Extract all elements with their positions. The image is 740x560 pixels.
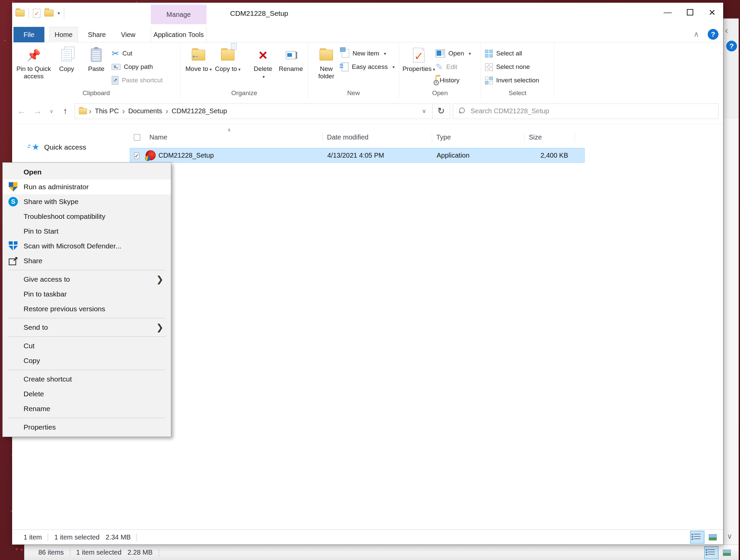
menu-item-run-as-administrator[interactable]: Run as administrator xyxy=(3,179,171,194)
explorer-folder-icon[interactable] xyxy=(15,10,25,16)
file-size: 2,400 KB xyxy=(525,152,572,159)
qat-new-folder-icon[interactable] xyxy=(44,10,53,16)
manage-contextual-tab[interactable]: Manage xyxy=(151,5,207,24)
close-button[interactable]: × xyxy=(701,3,723,22)
history-button[interactable]: History xyxy=(436,75,471,85)
menu-item-label: Restore previous versions xyxy=(24,305,105,313)
address-dropdown-icon[interactable]: ∨ xyxy=(416,108,432,115)
up-button[interactable]: ↑ xyxy=(59,104,72,119)
qat-customize-caret-icon[interactable]: ▾ xyxy=(58,10,60,16)
copy-to-button[interactable]: Copy to▾ xyxy=(214,45,242,73)
edit-button[interactable]: ✎ Edit xyxy=(436,62,471,72)
menu-item-pin-to-start[interactable]: Pin to Start xyxy=(3,224,171,239)
rename-button[interactable]: Rename xyxy=(277,45,304,73)
pin-to-quick-access-button[interactable]: 📌 Pin to Quick access xyxy=(16,45,51,80)
menu-item-cut[interactable]: Cut xyxy=(3,338,171,353)
new-item-button[interactable]: New item ▾ xyxy=(342,48,395,58)
move-to-button[interactable]: ← Move to▾ xyxy=(185,45,213,73)
scissors-icon: ✂ xyxy=(112,48,119,59)
paste-shortcut-button[interactable]: Paste shortcut xyxy=(112,75,162,85)
forward-button[interactable]: → xyxy=(31,104,44,119)
search-input[interactable] xyxy=(471,107,672,115)
breadcrumb[interactable]: › This PC › Documents › CDM21228_Setup ∨… xyxy=(75,104,450,119)
tab-application-tools[interactable]: Application Tools xyxy=(151,27,207,42)
dropdown-caret-icon: ▾ xyxy=(238,67,241,72)
menu-item-copy[interactable]: Copy xyxy=(3,353,171,368)
dropdown-caret-icon: ▾ xyxy=(263,74,265,79)
tab-home[interactable]: Home xyxy=(49,27,78,42)
minimize-button[interactable]: — xyxy=(657,3,679,22)
menu-item-properties[interactable]: Properties xyxy=(3,420,171,435)
invert-selection-button[interactable]: Invert selection xyxy=(485,75,539,85)
selection-count: 1 item selected xyxy=(54,533,100,541)
item-count: 86 items xyxy=(38,549,64,556)
menu-item-delete[interactable]: Delete xyxy=(3,387,171,401)
column-header-size[interactable]: Size xyxy=(525,132,575,142)
selection-count: 1 item selected xyxy=(76,549,122,556)
help-icon[interactable]: ? xyxy=(726,41,737,51)
button-label: Select none xyxy=(496,63,530,71)
properties-button[interactable]: Properties▾ xyxy=(403,45,434,73)
select-all-checkbox-header[interactable] xyxy=(130,132,145,142)
thumbnail-view-button[interactable] xyxy=(720,546,734,559)
menu-item-pin-to-taskbar[interactable]: Pin to taskbar xyxy=(3,287,171,302)
help-icon[interactable]: ? xyxy=(708,29,718,40)
details-view-button[interactable] xyxy=(704,546,718,559)
application-file-icon xyxy=(146,150,156,160)
menu-separator xyxy=(8,318,165,318)
file-row[interactable]: ✓ CDM21228_Setup 4/13/2021 4:05 PM Appli… xyxy=(130,148,585,163)
menu-item-give-access-to[interactable]: Give access to ❯ xyxy=(3,272,171,287)
menu-item-rename[interactable]: Rename xyxy=(3,401,171,416)
sidebar-item-quick-access[interactable]: ★ Quick access xyxy=(12,142,123,152)
copy-button[interactable]: Copy xyxy=(52,45,81,73)
easy-access-button[interactable]: Easy access ▾ xyxy=(342,62,395,72)
tab-view[interactable]: View xyxy=(116,27,141,42)
menu-item-open[interactable]: Open xyxy=(3,165,171,179)
back-button[interactable]: ← xyxy=(15,104,28,119)
edit-pencil-icon: ✎ xyxy=(436,62,443,72)
breadcrumb-current-folder[interactable]: CDM21228_Setup xyxy=(170,107,229,115)
details-view-button[interactable] xyxy=(690,531,704,544)
scroll-down-icon[interactable]: ∨ xyxy=(727,532,732,541)
select-all-button[interactable]: Select all xyxy=(485,48,539,58)
column-header-name[interactable]: Name xyxy=(145,132,323,142)
ribbon-group-clipboard: 📌 Pin to Quick access Copy Paste ✂ Cut \… xyxy=(12,42,181,98)
new-folder-icon xyxy=(320,50,333,61)
refresh-icon: ↻ xyxy=(438,106,445,116)
recent-locations-dropdown-icon[interactable]: ∨ xyxy=(47,104,56,119)
paste-button[interactable]: Paste xyxy=(82,45,110,73)
menu-item-restore-previous-versions[interactable]: Restore previous versions xyxy=(3,302,171,316)
breadcrumb-documents[interactable]: Documents xyxy=(126,107,164,115)
menu-item-share-with-skype[interactable]: S Share with Skype xyxy=(3,194,171,209)
menu-item-share[interactable]: Share xyxy=(3,253,171,268)
qat-properties-icon[interactable]: ✓ xyxy=(33,9,40,18)
search-box[interactable] xyxy=(453,104,718,119)
column-header-type[interactable]: Type xyxy=(432,132,525,142)
row-checkbox[interactable]: ✓ xyxy=(134,153,139,159)
maximize-button[interactable] xyxy=(679,3,701,22)
chevron-left-icon[interactable]: ‹ xyxy=(725,25,728,36)
copy-path-button[interactable]: \\.. Copy path xyxy=(112,62,162,72)
new-folder-button[interactable]: New folder xyxy=(312,45,340,80)
open-button[interactable]: Open ▾ xyxy=(436,48,471,58)
refresh-button[interactable]: ↻ xyxy=(432,104,450,119)
thumbnail-view-button[interactable] xyxy=(706,531,720,544)
select-none-button[interactable]: Select none xyxy=(485,62,539,72)
group-label-open: Open xyxy=(399,89,481,97)
button-label: New folder xyxy=(312,65,340,80)
menu-item-scan-with-microsoft-defender[interactable]: Scan with Microsoft Defender... xyxy=(3,239,171,253)
header-checkbox[interactable] xyxy=(134,134,140,141)
menu-item-troubleshoot-compatibility[interactable]: Troubleshoot compatibility xyxy=(3,209,171,224)
delete-x-icon: × xyxy=(259,48,267,62)
cut-button[interactable]: ✂ Cut xyxy=(112,48,162,58)
button-label: New item xyxy=(353,50,379,57)
tab-file[interactable]: File xyxy=(13,27,44,42)
breadcrumb-this-pc[interactable]: This PC xyxy=(93,107,121,115)
tab-share[interactable]: Share xyxy=(83,27,110,42)
menu-item-send-to[interactable]: Send to ❯ xyxy=(3,320,171,335)
collapse-ribbon-icon[interactable]: ∧ xyxy=(694,30,699,39)
column-header-date-modified[interactable]: Date modified xyxy=(323,132,432,142)
menu-item-create-shortcut[interactable]: Create shortcut xyxy=(3,372,171,387)
submenu-arrow-icon: ❯ xyxy=(156,322,163,333)
delete-button[interactable]: × Delete▾ xyxy=(250,45,276,81)
